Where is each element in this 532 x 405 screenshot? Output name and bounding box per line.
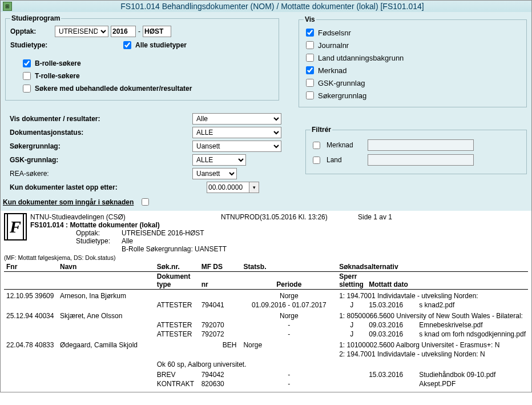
vis-dok-label: Vis dokumenter / resultater: (10, 115, 192, 123)
app-window: ⊞ FS101.014 Behandlingsdokumenter (NOM) … (0, 0, 532, 392)
rea-label: REA-søkere: (10, 170, 192, 178)
filtrer-merknad-checkbox[interactable] (313, 142, 320, 149)
sokergrunnlag-label: Søkergrunnlag: (10, 142, 192, 150)
opptak-select[interactable]: UTREISENDE (55, 26, 108, 37)
vis-land-checkbox[interactable] (306, 54, 314, 62)
b-rolle-checkbox[interactable] (23, 59, 31, 67)
vis-merknad-checkbox[interactable] (306, 66, 314, 74)
filtrer-land-input[interactable] (368, 154, 474, 166)
mf-note: (MF: Mottatt følgeskjema, DS: Dok.status… (4, 254, 528, 261)
vis-gsk-checkbox[interactable] (306, 79, 314, 87)
kun-dato-input[interactable] (207, 182, 249, 193)
app-icon: ⊞ (3, 2, 12, 11)
studieprogram-legend: Studieprogram (10, 14, 61, 22)
filtrer-land-checkbox[interactable] (313, 157, 320, 164)
t-rolle-checkbox[interactable] (23, 72, 31, 80)
kun-inngar-label: Kun dokumenter som inngår i søknaden (3, 198, 134, 206)
studieprogram-group: Studieprogram Opptak: UTREISENDE - Studi… (5, 14, 279, 101)
vis-sokergrunnlag-checkbox[interactable] (306, 91, 314, 99)
table-row: 2: 194.7001 Individavtale - utveksling N… (4, 350, 528, 359)
studietype-label: Studietype: (10, 41, 53, 49)
vis-legend: Vis (304, 15, 316, 23)
sokergrunnlag-select[interactable]: Uansett (192, 141, 281, 152)
table-row: 22.04.78 40833 Ødegaard, Camilla Skjold … (4, 339, 528, 350)
kun-inngar-checkbox[interactable] (142, 198, 149, 206)
report-server: NTNUPROD (221, 213, 260, 221)
filtrer-group: Filtrér Merknad Land (305, 126, 527, 174)
gsk-select[interactable]: ALLE (192, 154, 246, 166)
window-title: FS101.014 Behandlingsdokumenter (NOM) / … (15, 2, 529, 11)
alle-studietyper-checkbox[interactable] (123, 41, 131, 49)
gsk-label: GSK-grunnlag: (10, 156, 192, 164)
filtrer-legend: Filtrér (311, 126, 332, 134)
table-row: 12.10.95 39609 Arneson, Ina Bjørkum Norg… (4, 290, 528, 301)
table-row: Ok 60 sp, Aalborg universitet. (4, 359, 528, 370)
vis-group: Vis Fødselsnr Journalnr Land utdanningsb… (299, 15, 527, 107)
report-logo: F (4, 213, 27, 240)
kun-dato-picker-button[interactable]: ▾ (249, 182, 259, 193)
report-page: Side 1 av 1 (358, 213, 392, 221)
report-title: FS101.014 : Mottatte dokumenter (lokal) (30, 221, 528, 229)
table-row: BREV 794042 - 15.03.2016 Studiehåndbok 0… (4, 370, 528, 379)
report-timestamp: (31.05.2016 Kl. 13:26) (260, 213, 328, 221)
filtrer-merknad-input[interactable] (368, 139, 474, 151)
semester-input[interactable] (143, 26, 171, 37)
titlebar: ⊞ FS101.014 Behandlingsdokumenter (NOM) … (1, 1, 531, 12)
table-row: ATTESTER 792070 - J 09.03.2016 Emnebeskr… (4, 320, 528, 330)
table-row: ATTESTER 794041 01.09.2016 - 01.07.2017 … (4, 300, 528, 310)
dok-status-label: Dokumentasjonstatus: (10, 129, 192, 137)
vis-dok-select[interactable]: Alle (192, 113, 281, 125)
year-input[interactable] (111, 26, 136, 37)
table-row: ATTESTER 792072 - J 09.03.2016 s knad om… (4, 330, 528, 339)
report-org: NTNU-Studieavdelingen (CSØ) (30, 213, 221, 221)
kun-dato-label: Kun dokumenter lastet opp etter: (10, 183, 192, 191)
ubehandlede-checkbox[interactable] (23, 85, 31, 93)
table-row: KONTRAKT 820630 - Aksept.PDF (4, 379, 528, 388)
vis-fodselsnr-checkbox[interactable] (306, 29, 314, 37)
table-row: 25.12.94 40034 Skjæret, Ane Olsson Norge… (4, 310, 528, 320)
report-area: F NTNU-Studieavdelingen (CSØ) NTNUPROD(3… (1, 211, 531, 392)
report-table: Fnr Navn Søk.nr. MF DS Statsb. Søknadsal… (4, 262, 528, 388)
dok-status-select[interactable]: ALLE (192, 127, 281, 138)
rea-select[interactable]: Uansett (192, 168, 237, 179)
opptak-label: Opptak: (10, 27, 53, 35)
alle-studietyper-label: Alle studietyper (135, 41, 187, 49)
vis-journalnr-checkbox[interactable] (306, 41, 314, 49)
